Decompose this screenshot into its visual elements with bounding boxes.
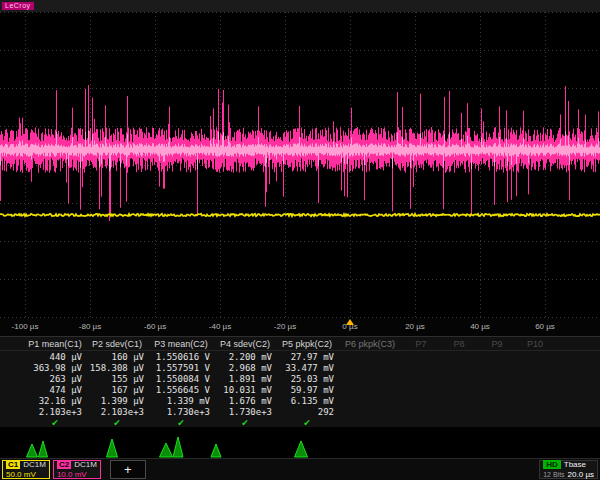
- tbase-bits: 12 Bits: [543, 470, 564, 479]
- measure-value-row: 32.16 µV1.399 µV1.339 mV1.676 mV6.135 mV: [0, 395, 600, 406]
- measure-header-p6[interactable]: P6 pkpk(C3): [338, 339, 402, 349]
- time-label: -40 µs: [209, 322, 231, 331]
- measure-table: P1 mean(C1)P2 sdev(C1)P3 mean(C2)P4 sdev…: [0, 336, 600, 428]
- time-label: -20 µs: [274, 322, 296, 331]
- time-axis: -100 µs-80 µs-60 µs-40 µs-20 µs0 µs20 µs…: [0, 318, 600, 336]
- measure-header-p2[interactable]: P2 sdev(C1): [86, 339, 148, 349]
- measure-value-cell: 1.891 mV: [214, 374, 276, 384]
- timebase-descriptor[interactable]: HD Tbase 12 Bits 20.0 µs: [539, 460, 598, 479]
- c2-scale: 10.0 mV: [57, 470, 87, 479]
- measure-value-cell: 1.399 µV: [86, 396, 148, 406]
- tbase-label: Tbase: [564, 460, 586, 469]
- c2-tag: C2: [57, 460, 71, 469]
- measure-value-cell: 1.550084 V: [148, 374, 214, 384]
- measure-value-cell: 474 µV: [24, 385, 86, 395]
- measure-value-cell: 1.556645 V: [148, 385, 214, 395]
- measure-value-row: 2.103e+32.103e+31.730e+31.730e+3292: [0, 406, 600, 417]
- measure-value-cell: 6.135 mV: [276, 396, 338, 406]
- measure-header-p3[interactable]: P3 mean(C2): [148, 339, 214, 349]
- measure-value-cell: 1.339 mV: [148, 396, 214, 406]
- measure-header-p9[interactable]: P9: [478, 339, 516, 349]
- measure-value-cell: 160 µV: [86, 352, 148, 362]
- measure-value-cell: 158.308 µV: [86, 363, 148, 373]
- measure-header-p1[interactable]: P1 mean(C1): [24, 339, 86, 349]
- measure-value-cell: 440 µV: [24, 352, 86, 362]
- measure-value-cell: 263 µV: [24, 374, 86, 384]
- measure-value-cell: 292: [276, 407, 338, 417]
- measure-value-cell: 25.03 mV: [276, 374, 338, 384]
- app-brand: LeCroy: [2, 2, 34, 10]
- measure-value-cell: 1.730e+3: [148, 407, 214, 417]
- measure-value-cell: 32.16 µV: [24, 396, 86, 406]
- measure-value-cell: 2.968 mV: [214, 363, 276, 373]
- measure-header-p7[interactable]: P7: [402, 339, 440, 349]
- time-label: -80 µs: [79, 322, 101, 331]
- measure-value-cell: 10.031 mV: [214, 385, 276, 395]
- measure-value-cell: 2.103e+3: [24, 407, 86, 417]
- bottom-bar-spacer: [149, 460, 536, 479]
- tbase-scale: 20.0 µs: [568, 470, 594, 479]
- bottom-bar: C1 DC1M 50.0 mV C2 DC1M 10.0 mV + HD Tba…: [0, 458, 600, 480]
- channel-descriptor-c1[interactable]: C1 DC1M 50.0 mV: [2, 460, 50, 479]
- measure-value-row: 263 µV155 µV1.550084 V1.891 mV25.03 mV: [0, 373, 600, 384]
- channel-descriptor-c2[interactable]: C2 DC1M 10.0 mV: [53, 460, 101, 479]
- measure-header-p5[interactable]: P5 pkpk(C2): [276, 339, 338, 349]
- histicon-strip[interactable]: [0, 427, 600, 458]
- measure-value-cell: 33.477 mV: [276, 363, 338, 373]
- c1-coupling: DC1M: [23, 460, 46, 469]
- measure-value-cell: 59.97 mV: [276, 385, 338, 395]
- measure-header-row: P1 mean(C1)P2 sdev(C1)P3 mean(C2)P4 sdev…: [0, 337, 600, 351]
- measure-header-p4[interactable]: P4 sdev(C2): [214, 339, 276, 349]
- waveform-display[interactable]: [0, 12, 600, 318]
- measure-header-p8[interactable]: P8: [440, 339, 478, 349]
- time-label: 20 µs: [405, 322, 425, 331]
- measure-value-cell: 167 µV: [86, 385, 148, 395]
- time-label: -100 µs: [12, 322, 39, 331]
- plus-icon: +: [124, 462, 132, 477]
- measure-value-row: 440 µV160 µV1.550616 V2.200 mV27.97 mV: [0, 351, 600, 362]
- measure-value-cell: 155 µV: [86, 374, 148, 384]
- add-trace-button[interactable]: +: [110, 460, 146, 479]
- measure-value-cell: 1.676 mV: [214, 396, 276, 406]
- measure-value-cell: 27.97 mV: [276, 352, 338, 362]
- time-label: 40 µs: [470, 322, 490, 331]
- measure-value-cell: 2.103e+3: [86, 407, 148, 417]
- measure-value-row: 363.98 µV158.308 µV1.557591 V2.968 mV33.…: [0, 362, 600, 373]
- time-label: -60 µs: [144, 322, 166, 331]
- c1-scale: 50.0 mV: [6, 470, 36, 479]
- measure-value-cell: 1.550616 V: [148, 352, 214, 362]
- measure-value-cell: 1.730e+3: [214, 407, 276, 417]
- measure-header-p10[interactable]: P10: [516, 339, 554, 349]
- c1-tag: C1: [6, 460, 20, 469]
- c2-coupling: DC1M: [74, 460, 97, 469]
- measure-value-row: 474 µV167 µV1.556645 V10.031 mV59.97 mV: [0, 384, 600, 395]
- measure-value-cell: 2.200 mV: [214, 352, 276, 362]
- measure-value-cell: 363.98 µV: [24, 363, 86, 373]
- hd-badge: HD: [543, 460, 561, 469]
- time-label: 60 µs: [535, 322, 555, 331]
- time-label: 0 µs: [342, 322, 357, 331]
- measure-value-cell: 1.557591 V: [148, 363, 214, 373]
